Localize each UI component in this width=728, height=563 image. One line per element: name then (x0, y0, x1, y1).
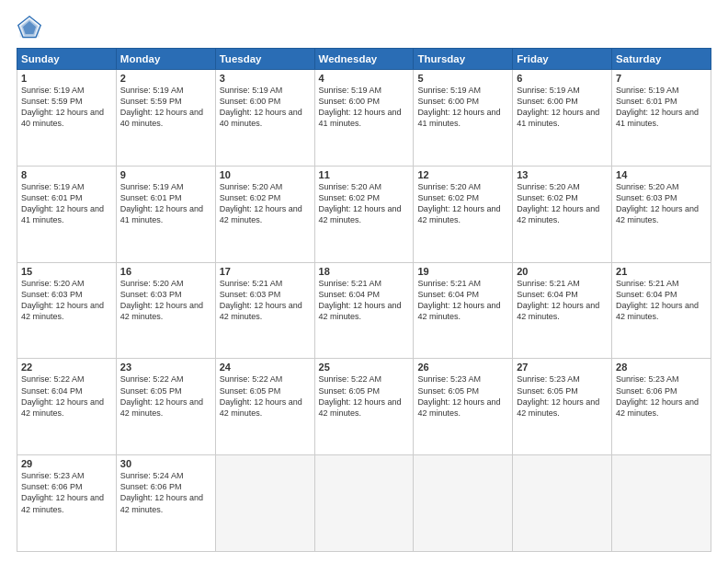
calendar-day-23: 23Sunrise: 5:22 AMSunset: 6:05 PMDayligh… (116, 359, 215, 455)
calendar-day-21: 21Sunrise: 5:21 AMSunset: 6:04 PMDayligh… (612, 262, 711, 359)
calendar-day-4: 4Sunrise: 5:19 AMSunset: 6:00 PMDaylight… (314, 70, 414, 167)
calendar-day-10: 10Sunrise: 5:20 AMSunset: 6:02 PMDayligh… (215, 166, 314, 262)
calendar-day-28: 28Sunrise: 5:23 AMSunset: 6:06 PMDayligh… (612, 359, 711, 455)
calendar-day-1: 1Sunrise: 5:19 AMSunset: 5:59 PMDaylight… (17, 70, 117, 167)
header (17, 15, 711, 40)
calendar-day-14: 14Sunrise: 5:20 AMSunset: 6:03 PMDayligh… (612, 166, 711, 262)
calendar-week-2: 8Sunrise: 5:19 AMSunset: 6:01 PMDaylight… (17, 166, 711, 262)
weekday-header-wednesday: Wednesday (314, 49, 414, 70)
calendar-day-empty (513, 455, 612, 552)
calendar-day-18: 18Sunrise: 5:21 AMSunset: 6:04 PMDayligh… (314, 262, 414, 359)
calendar-day-22: 22Sunrise: 5:22 AMSunset: 6:04 PMDayligh… (17, 359, 117, 455)
calendar-week-5: 29Sunrise: 5:23 AMSunset: 6:06 PMDayligh… (17, 455, 711, 552)
calendar-day-5: 5Sunrise: 5:19 AMSunset: 6:00 PMDaylight… (414, 70, 513, 167)
calendar-day-20: 20Sunrise: 5:21 AMSunset: 6:04 PMDayligh… (513, 262, 612, 359)
calendar-day-12: 12Sunrise: 5:20 AMSunset: 6:02 PMDayligh… (414, 166, 513, 262)
calendar-day-26: 26Sunrise: 5:23 AMSunset: 6:05 PMDayligh… (414, 359, 513, 455)
calendar-day-empty (612, 455, 711, 552)
weekday-header-thursday: Thursday (414, 49, 513, 70)
calendar-table: SundayMondayTuesdayWednesdayThursdayFrid… (17, 48, 711, 552)
calendar-day-8: 8Sunrise: 5:19 AMSunset: 6:01 PMDaylight… (17, 166, 117, 262)
calendar-week-1: 1Sunrise: 5:19 AMSunset: 5:59 PMDaylight… (17, 70, 711, 167)
calendar-day-6: 6Sunrise: 5:19 AMSunset: 6:00 PMDaylight… (513, 70, 612, 167)
weekday-header-monday: Monday (116, 49, 215, 70)
calendar-week-4: 22Sunrise: 5:22 AMSunset: 6:04 PMDayligh… (17, 359, 711, 455)
calendar-day-30: 30Sunrise: 5:24 AMSunset: 6:06 PMDayligh… (116, 455, 215, 552)
calendar-day-empty (314, 455, 414, 552)
weekday-header-saturday: Saturday (612, 49, 711, 70)
calendar-day-3: 3Sunrise: 5:19 AMSunset: 6:00 PMDaylight… (215, 70, 314, 167)
page: SundayMondayTuesdayWednesdayThursdayFrid… (0, 0, 728, 563)
calendar-day-7: 7Sunrise: 5:19 AMSunset: 6:01 PMDaylight… (612, 70, 711, 167)
weekday-header-friday: Friday (513, 49, 612, 70)
calendar-day-empty (414, 455, 513, 552)
calendar-day-15: 15Sunrise: 5:20 AMSunset: 6:03 PMDayligh… (17, 262, 117, 359)
calendar-day-25: 25Sunrise: 5:22 AMSunset: 6:05 PMDayligh… (314, 359, 414, 455)
weekday-header-sunday: Sunday (17, 49, 117, 70)
calendar-day-24: 24Sunrise: 5:22 AMSunset: 6:05 PMDayligh… (215, 359, 314, 455)
calendar-day-13: 13Sunrise: 5:20 AMSunset: 6:02 PMDayligh… (513, 166, 612, 262)
calendar-day-2: 2Sunrise: 5:19 AMSunset: 5:59 PMDaylight… (116, 70, 215, 167)
logo-icon (17, 15, 42, 40)
calendar-day-11: 11Sunrise: 5:20 AMSunset: 6:02 PMDayligh… (314, 166, 414, 262)
calendar-day-16: 16Sunrise: 5:20 AMSunset: 6:03 PMDayligh… (116, 262, 215, 359)
calendar-day-9: 9Sunrise: 5:19 AMSunset: 6:01 PMDaylight… (116, 166, 215, 262)
calendar-week-3: 15Sunrise: 5:20 AMSunset: 6:03 PMDayligh… (17, 262, 711, 359)
calendar-day-17: 17Sunrise: 5:21 AMSunset: 6:03 PMDayligh… (215, 262, 314, 359)
calendar-day-27: 27Sunrise: 5:23 AMSunset: 6:05 PMDayligh… (513, 359, 612, 455)
calendar-day-29: 29Sunrise: 5:23 AMSunset: 6:06 PMDayligh… (17, 455, 117, 552)
calendar-day-19: 19Sunrise: 5:21 AMSunset: 6:04 PMDayligh… (414, 262, 513, 359)
weekday-header-row: SundayMondayTuesdayWednesdayThursdayFrid… (17, 49, 711, 70)
weekday-header-tuesday: Tuesday (215, 49, 314, 70)
calendar-day-empty (215, 455, 314, 552)
logo (17, 15, 46, 40)
